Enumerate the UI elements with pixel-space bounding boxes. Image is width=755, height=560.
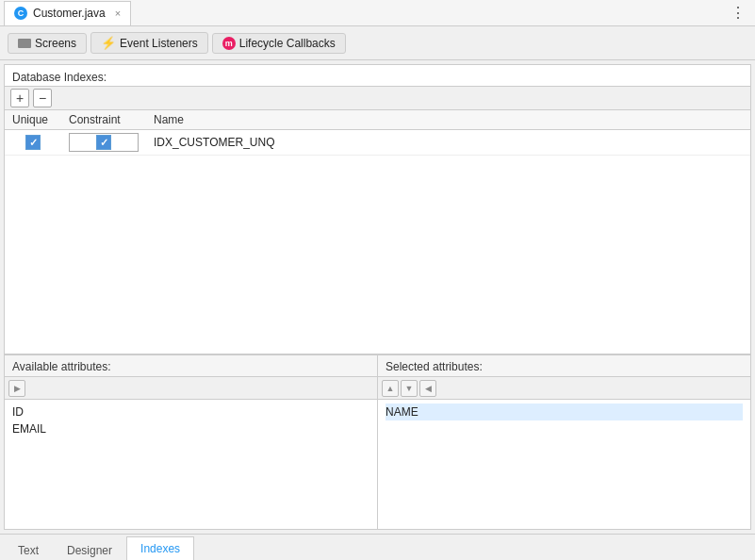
index-toolbar: + − — [5, 86, 750, 110]
available-attributes-pane: Available attributes: ▶ ID EMAIL — [5, 355, 378, 529]
arrow-up-icon: ▲ — [386, 384, 395, 393]
tab-event-listeners[interactable]: ⚡ Event Listeners — [90, 32, 208, 54]
available-attributes-label: Available attributes: — [5, 355, 377, 377]
remove-index-button[interactable]: − — [33, 89, 52, 107]
move-left-button[interactable]: ◀ — [419, 380, 436, 397]
lifecycle-icon: m — [222, 37, 236, 50]
screens-icon — [18, 39, 31, 48]
move-down-button[interactable]: ▼ — [401, 380, 418, 397]
main-panel: Database Indexes: + − Unique Constraint … — [4, 64, 751, 530]
file-tab[interactable]: C Customer.java × — [4, 1, 131, 25]
tab-text[interactable]: Text — [4, 538, 53, 560]
index-table: Unique Constraint Name ✓ — [5, 110, 750, 156]
col-header-name: Name — [146, 110, 750, 130]
bottom-tabs: Text Designer Indexes — [0, 534, 755, 560]
move-right-button[interactable]: ▶ — [8, 380, 25, 397]
available-attributes-toolbar: ▶ — [5, 377, 377, 400]
add-index-button[interactable]: + — [10, 89, 29, 107]
tab-lifecycle-callbacks-label: Lifecycle Callbacks — [239, 37, 336, 50]
title-bar: C Customer.java × ⋮ — [0, 0, 755, 26]
available-attributes-list: ID EMAIL — [5, 400, 377, 529]
unique-checkbox[interactable]: ✓ — [12, 135, 54, 150]
constraint-checkbox[interactable]: ✓ — [69, 133, 139, 152]
tab-indexes[interactable]: Indexes — [126, 536, 194, 560]
list-item[interactable]: NAME — [386, 404, 743, 420]
arrow-down-icon: ▼ — [405, 384, 414, 393]
tab-screens-label: Screens — [35, 37, 76, 50]
tab-screens[interactable]: Screens — [8, 33, 87, 54]
table-row[interactable]: ✓ ✓ IDX_CUSTOMER_UNQ — [5, 130, 750, 156]
attributes-split: Available attributes: ▶ ID EMAIL Selecte… — [5, 354, 750, 529]
database-indexes-label: Database Indexes: — [5, 65, 750, 86]
tab-close-button[interactable]: × — [115, 8, 121, 19]
col-header-constraint: Constraint — [61, 110, 146, 130]
index-table-area: Unique Constraint Name ✓ — [5, 110, 750, 354]
tab-event-listeners-label: Event Listeners — [120, 37, 198, 50]
toolbar-tabs: Screens ⚡ Event Listeners m Lifecycle Ca… — [0, 26, 755, 60]
selected-attributes-toolbar: ▲ ▼ ◀ — [378, 377, 750, 400]
list-item[interactable]: EMAIL — [12, 420, 369, 437]
title-bar-menu-button[interactable]: ⋮ — [725, 4, 751, 22]
index-name-cell: IDX_CUSTOMER_UNQ — [146, 130, 750, 156]
arrow-right-icon: ▶ — [14, 384, 21, 393]
list-item[interactable]: ID — [12, 404, 369, 420]
lightning-icon: ⚡ — [101, 36, 116, 50]
file-tab-label: Customer.java — [33, 7, 106, 20]
selected-attributes-label: Selected attributes: — [378, 355, 750, 377]
tab-lifecycle-callbacks[interactable]: m Lifecycle Callbacks — [212, 33, 346, 54]
selected-attributes-list: NAME — [378, 400, 750, 529]
move-up-button[interactable]: ▲ — [382, 380, 399, 397]
selected-attributes-pane: Selected attributes: ▲ ▼ ◀ NAME — [378, 355, 750, 529]
file-tab-icon: C — [14, 7, 27, 20]
arrow-left-icon: ◀ — [425, 384, 432, 393]
tab-designer[interactable]: Designer — [53, 538, 126, 560]
col-header-unique: Unique — [5, 110, 61, 130]
